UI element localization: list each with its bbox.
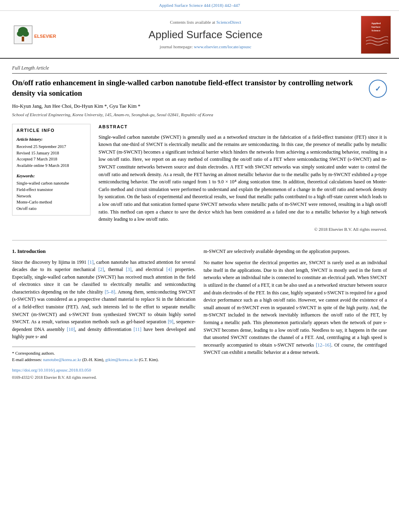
ref-11[interactable]: [11] [134, 327, 142, 332]
ref-2[interactable]: [2] [99, 267, 104, 272]
keywords-section: Keywords: Single-walled carbon nanotube … [16, 173, 86, 212]
keyword-1: Single-walled carbon nanotube [16, 180, 86, 187]
sciencedirect-link: Contents lists available at ScienceDirec… [68, 19, 343, 26]
svg-point-2 [17, 31, 23, 37]
section-divider [12, 240, 387, 240]
revised-date: Revised 15 January 2018 [16, 150, 86, 156]
article-info-abstract-section: ARTICLE INFO Article history: Received 2… [12, 124, 387, 233]
homepage-url[interactable]: www.elsevier.com/locate/apsusc [194, 44, 251, 49]
doi-section: https://doi.org/10.1016/j.apsusc.2018.03… [12, 366, 195, 382]
journal-header-left: ELSEVIER [8, 24, 60, 46]
issn-text: 0169-4332/© 2018 Elsevier B.V. All right… [12, 375, 97, 380]
journal-header-right: Applied Surface Science [351, 16, 391, 54]
body-content: 1. Introduction Since the discovery by I… [12, 248, 387, 382]
keyword-4: Monte-Carlo method [16, 199, 86, 205]
abstract-column: ABSTRACT Single-walled carbon nanotube (… [99, 124, 387, 233]
article-title-section: On/off ratio enhancement in single-walle… [12, 78, 387, 98]
journal-name: Applied Surface Science [68, 27, 343, 43]
crossmark-icon: ✓ [375, 84, 381, 94]
main-content: Full Length Article On/off ratio enhance… [0, 59, 399, 389]
doi-link[interactable]: https://doi.org/10.1016/j.apsusc.2018.03… [12, 368, 91, 372]
keyword-5: On/off ratio [16, 205, 86, 212]
footnote-section: * Corresponding authors. E-mail addresse… [12, 347, 195, 363]
citation-text: Applied Surface Science 444 (2018) 442–4… [159, 3, 240, 8]
ref-5-8[interactable]: [5–8] [105, 289, 115, 295]
journal-header: ELSEVIER Contents lists available at Sci… [0, 11, 399, 59]
authors: Ho-Kyun Jang, Jun Hee Choi, Do-Hyun Kim … [12, 103, 387, 110]
article-info-box: ARTICLE INFO Article history: Received 2… [12, 124, 90, 216]
article-info-column: ARTICLE INFO Article history: Received 2… [12, 124, 90, 233]
ref-12-16[interactable]: [12–16] [316, 342, 331, 348]
crossmark-badge: ✓ [369, 80, 387, 98]
available-date: Available online 9 March 2018 [16, 162, 86, 169]
journal-homepage: journal homepage: www.elsevier.com/locat… [68, 44, 343, 50]
intro-paragraph-3: No matter how superior the electrical pr… [204, 259, 387, 356]
ref-1[interactable]: [1] [88, 259, 94, 265]
svg-text:ELSEVIER: ELSEVIER [34, 34, 56, 39]
article-type: Full Length Article [12, 65, 387, 74]
abstract-text: Single-walled carbon nanotube (SWCNT) is… [99, 134, 387, 223]
accepted-date: Accepted 7 March 2018 [16, 156, 86, 162]
email2-person: (G.T. Kim). [139, 357, 158, 362]
homepage-label: journal homepage: [160, 44, 193, 49]
email-footnote: E-mail addresses: nanotube@korea.ac.kr (… [12, 357, 195, 363]
ref-4[interactable]: [4] [167, 267, 172, 272]
contents-available-text: Contents lists available at [170, 20, 215, 25]
abstract-title: ABSTRACT [99, 124, 387, 130]
article-title: On/off ratio enhancement in single-walle… [12, 78, 369, 98]
page-wrapper: Applied Surface Science 444 (2018) 442–4… [0, 0, 399, 389]
keywords-title: Keywords: [16, 173, 86, 179]
affiliation: School of Electrical Engineering, Korea … [12, 112, 387, 118]
ref-10[interactable]: [10] [67, 327, 75, 332]
svg-rect-4 [22, 37, 24, 41]
article-history-title: Article history: [16, 136, 86, 142]
journal-header-center: Contents lists available at ScienceDirec… [60, 19, 351, 51]
intro-paragraph-1: Since the discovery by Iijima in 1991 [1… [12, 259, 195, 341]
received-date: Received 25 September 2017 [16, 144, 86, 150]
sciencedirect-anchor[interactable]: ScienceDirect [216, 20, 241, 25]
svg-point-3 [23, 31, 29, 37]
corresponding-authors-label: * Corresponding authors. [12, 350, 195, 357]
keyword-3: Network [16, 193, 86, 199]
article-history: Article history: Received 25 September 2… [16, 136, 86, 169]
keyword-2: Field-effect transistor [16, 187, 86, 193]
body-col-right: m-SWCNT are selectively available depend… [204, 248, 387, 382]
copyright-line: © 2018 Elsevier B.V. All rights reserved… [99, 226, 387, 233]
elsevier-logo: ELSEVIER [12, 24, 56, 46]
top-citation-bar: Applied Surface Science 444 (2018) 442–4… [0, 0, 399, 11]
ref-9[interactable]: [9] [168, 319, 173, 325]
email1-link[interactable]: nanotube@korea.ac.kr [43, 357, 81, 362]
article-info-title: ARTICLE INFO [16, 127, 86, 134]
ref-3[interactable]: [3] [126, 267, 132, 272]
email-label: E-mail addresses: [12, 357, 42, 362]
introduction-heading: 1. Introduction [12, 248, 195, 255]
email2-link[interactable]: gtkim@korea.ac.kr [105, 357, 138, 362]
email1-person: (D.-H. Kim), [82, 357, 104, 362]
intro-paragraph-2: m-SWCNT are selectively available depend… [204, 248, 387, 255]
journal-cover: Applied Surface Science [361, 16, 391, 54]
journal-cover-title: Applied Surface Science [371, 22, 381, 33]
body-col-left: 1. Introduction Since the discovery by I… [12, 248, 195, 382]
cover-art [364, 34, 388, 48]
